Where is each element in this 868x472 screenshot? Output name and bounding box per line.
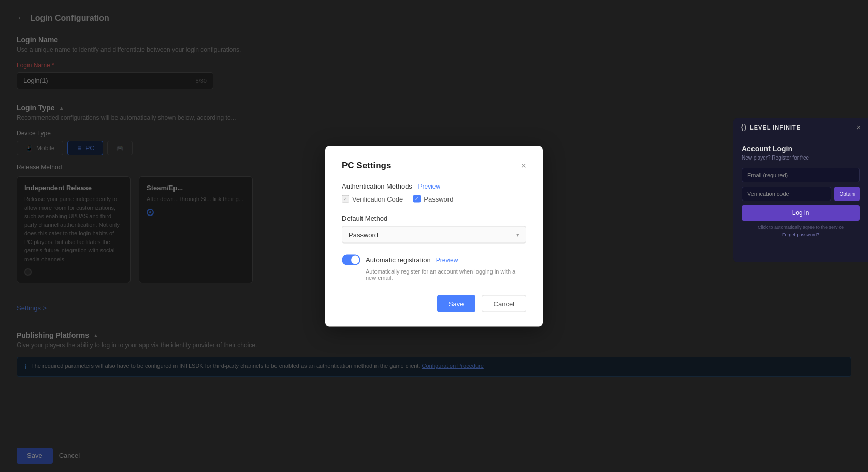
preview-login-button[interactable]: Log in [742,205,860,221]
modal-close-button[interactable]: × [520,161,526,170]
modal-header: PC Settings × [342,160,526,170]
preview-obtain-button[interactable]: Obtain [834,187,860,201]
auth-methods-row: ✓ Verification Code ✓ Password [342,195,526,203]
auth-method-verification: ✓ Verification Code [342,195,403,203]
password-checkbox[interactable]: ✓ [413,195,421,203]
dropdown-arrow-icon: ▾ [516,231,519,238]
logo-icon: ⟨⟩ [741,123,747,132]
preview-panel: ⟨⟩ LEVEL INFINITE × Account Login New pl… [733,118,868,262]
preview-checkbox-text: Click to automatically agree to the serv… [742,225,860,230]
preview-header: ⟨⟩ LEVEL INFINITE × [733,118,868,137]
auth-methods-label: Authentication Methods Preview [342,182,526,190]
modal-save-button[interactable]: Save [437,295,475,312]
default-method-select[interactable]: Password ▾ [342,226,526,243]
verification-code-label: Verification Code [352,195,403,203]
auth-method-password: ✓ Password [413,195,453,203]
preview-title: Account Login [742,145,860,153]
auto-reg-preview-link[interactable]: Preview [436,256,458,263]
verification-code-checkbox[interactable]: ✓ [342,195,349,203]
preview-subtitle: New player? Register for free [742,155,860,161]
modal-footer: Save Cancel [342,295,526,312]
toggle-knob [351,255,359,264]
auto-reg-toggle[interactable] [342,254,360,265]
auto-registration-row: Automatic registration Preview [342,254,526,265]
auto-reg-label: Automatic registration [366,256,431,264]
preview-forget-link[interactable]: Forget password? [742,232,860,237]
checked-icon: ✓ [415,196,419,202]
auto-reg-desc: Automatically register for an account wh… [342,268,526,280]
preview-body: Account Login New player? Register for f… [733,137,868,245]
preview-email-input[interactable]: Email (required) [742,168,860,182]
password-label: Password [424,195,453,203]
preview-verification-row: Verification code Obtain [742,187,860,201]
logo-text: LEVEL INFINITE [750,124,801,131]
check-icon: ✓ [343,196,348,202]
preview-close-button[interactable]: × [857,123,861,132]
preview-logo: ⟨⟩ LEVEL INFINITE [741,123,801,132]
modal-cancel-button[interactable]: Cancel [482,295,526,312]
preview-verification-input[interactable]: Verification code [742,187,831,201]
auth-methods-preview-link[interactable]: Preview [418,182,441,190]
pc-settings-modal: PC Settings × Authentication Methods Pre… [325,146,543,326]
default-method-label: Default Method [342,214,526,222]
modal-title: PC Settings [342,160,391,170]
default-method-value: Password [349,231,378,238]
